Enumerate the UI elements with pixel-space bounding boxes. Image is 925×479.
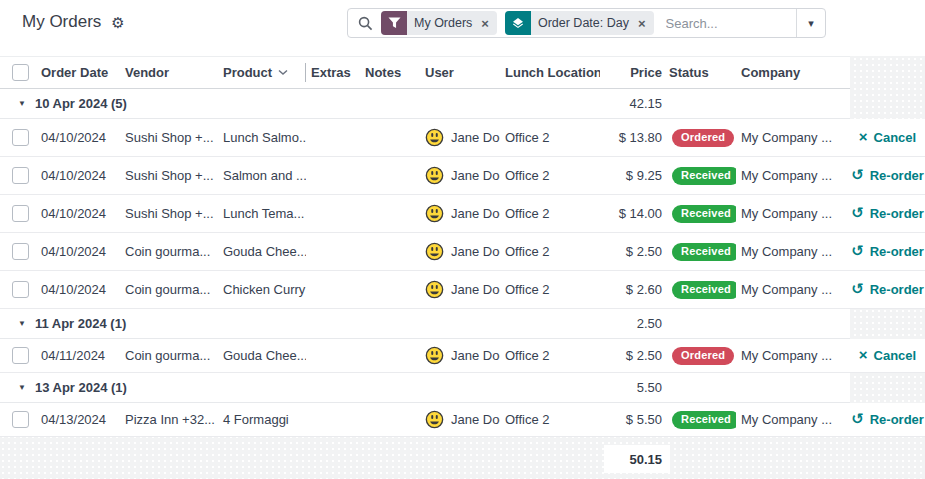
order-row[interactable]: 04/11/2024 Coin gourma... Gouda Chee... … xyxy=(0,339,925,373)
lunch-location-cell: Office 2 xyxy=(500,195,600,233)
order-row[interactable]: 04/10/2024 Coin gourma... Chicken Curry … xyxy=(0,271,925,309)
user-name: Jane Doe xyxy=(451,348,500,363)
header-price[interactable]: Price xyxy=(600,56,664,89)
order-row[interactable]: 04/10/2024 Sushi Shop +... Lunch Salmo..… xyxy=(0,119,925,157)
header-order-date[interactable]: Order Date xyxy=(36,56,120,89)
row-action-button[interactable]: ↺ Re-order xyxy=(850,195,925,233)
user-cell: Jane Doe xyxy=(420,233,500,271)
row-checkbox[interactable] xyxy=(12,347,29,364)
order-row[interactable]: 04/10/2024 Coin gourma... Gouda Chee... … xyxy=(0,233,925,271)
order-date-cell: 04/13/2024 xyxy=(36,403,120,437)
price-cell: $ 2.50 xyxy=(600,233,664,271)
search-input[interactable]: Search... xyxy=(666,16,796,31)
facet-label: My Orders xyxy=(407,16,479,30)
company-cell: My Company ... xyxy=(736,403,850,437)
group-total: 42.15 xyxy=(600,89,664,119)
row-checkbox[interactable] xyxy=(12,411,29,428)
settings-gear-icon[interactable]: ⚙ xyxy=(111,14,124,30)
order-date-cell: 04/10/2024 xyxy=(36,119,120,157)
facet-remove-icon[interactable]: × xyxy=(479,16,497,31)
grand-total: 50.15 xyxy=(604,445,670,473)
order-row[interactable]: 04/10/2024 Sushi Shop +... Salmon and ..… xyxy=(0,157,925,195)
row-select-cell xyxy=(0,339,36,373)
search-facet-order-date-day: Order Date: Day × xyxy=(505,11,654,35)
status-badge: Received xyxy=(672,205,736,223)
lunch-my-orders-screen: My Orders ⚙ My Orders × xyxy=(0,0,925,479)
group-expand-caret-icon[interactable]: ▼ xyxy=(18,99,26,108)
search-bar[interactable]: My Orders × Order Date: Day × Search... … xyxy=(347,8,826,38)
row-checkbox[interactable] xyxy=(12,129,29,146)
vendor-cell: Pizza Inn +32... xyxy=(120,403,218,437)
product-cell: Lunch Salmo... xyxy=(218,119,306,157)
facet-remove-icon[interactable]: × xyxy=(636,16,654,31)
lunch-location-cell: Office 2 xyxy=(500,339,600,373)
group-expand-caret-icon[interactable]: ▼ xyxy=(18,383,26,392)
row-action-button[interactable]: ↺ Re-order xyxy=(850,403,925,437)
row-checkbox[interactable] xyxy=(12,243,29,260)
action-label: Cancel xyxy=(874,348,917,363)
lunch-location-cell: Office 2 xyxy=(500,403,600,437)
user-cell: Jane Doe xyxy=(420,271,500,309)
header-user[interactable]: User xyxy=(420,56,500,89)
order-date-cell: 04/10/2024 xyxy=(36,157,120,195)
extras-cell xyxy=(306,403,360,437)
header-status[interactable]: Status xyxy=(664,56,736,89)
reorder-undo-icon: ↺ xyxy=(851,243,864,258)
lunch-location-cell: Office 2 xyxy=(500,157,600,195)
header-company[interactable]: Company xyxy=(736,56,850,89)
table-header-row: Order Date Vendor Product Extras Notes U… xyxy=(0,56,925,89)
group-total: 5.50 xyxy=(600,373,664,403)
row-action-button[interactable]: ↺ Re-order xyxy=(850,271,925,309)
control-panel: My Orders ⚙ My Orders × xyxy=(0,0,925,56)
header-vendor[interactable]: Vendor xyxy=(120,56,218,89)
row-checkbox[interactable] xyxy=(12,167,29,184)
header-extras[interactable]: Extras xyxy=(306,56,360,89)
company-cell: My Company ... xyxy=(736,339,850,373)
group-header-cell[interactable]: ▼ 11 Apr 2024 (1) xyxy=(0,309,600,339)
vendor-cell: Sushi Shop +... xyxy=(120,157,218,195)
group-expand-caret-icon[interactable]: ▼ xyxy=(18,319,26,328)
row-action-button[interactable]: × Cancel xyxy=(850,119,925,157)
row-checkbox[interactable] xyxy=(12,281,29,298)
group-row[interactable]: ▼ 10 Apr 2024 (5) 42.15 xyxy=(0,89,925,119)
group-label: 10 Apr 2024 (5) xyxy=(35,96,127,111)
vendor-cell: Coin gourma... xyxy=(120,233,218,271)
group-total: 2.50 xyxy=(600,309,664,339)
group-row[interactable]: ▼ 13 Apr 2024 (1) 5.50 xyxy=(0,373,925,403)
header-product[interactable]: Product xyxy=(218,56,306,89)
user-name: Jane Doe xyxy=(451,282,500,297)
group-row[interactable]: ▼ 11 Apr 2024 (1) 2.50 xyxy=(0,309,925,339)
content-area: Order Date Vendor Product Extras Notes U… xyxy=(0,56,925,479)
row-select-cell xyxy=(0,403,36,437)
header-notes[interactable]: Notes xyxy=(360,56,420,89)
group-header-cell[interactable]: ▼ 13 Apr 2024 (1) xyxy=(0,373,600,403)
row-select-cell xyxy=(0,119,36,157)
group-header-cell[interactable]: ▼ 10 Apr 2024 (5) xyxy=(0,89,600,119)
search-icon xyxy=(358,16,373,31)
user-name: Jane Doe xyxy=(451,244,500,259)
group-label: 13 Apr 2024 (1) xyxy=(35,380,127,395)
header-lunch-location[interactable]: Lunch Location xyxy=(500,56,600,89)
user-cell: Jane Doe xyxy=(420,403,500,437)
extras-cell xyxy=(306,119,360,157)
select-all-checkbox[interactable] xyxy=(12,64,29,81)
facet-label: Order Date: Day xyxy=(531,16,636,30)
row-action-button[interactable]: × Cancel xyxy=(850,339,925,373)
order-row[interactable]: 04/10/2024 Sushi Shop +... Lunch Tema...… xyxy=(0,195,925,233)
row-action-button[interactable]: ↺ Re-order xyxy=(850,233,925,271)
action-label: Re-order xyxy=(870,168,924,183)
search-dropdown-toggle[interactable]: ▾ xyxy=(796,9,825,37)
action-label: Re-order xyxy=(870,412,924,427)
row-select-cell xyxy=(0,233,36,271)
extras-cell xyxy=(306,339,360,373)
header-actions-empty xyxy=(850,56,925,89)
order-row[interactable]: 04/13/2024 Pizza Inn +32... 4 Formaggi J… xyxy=(0,403,925,437)
product-cell: Lunch Tema... xyxy=(218,195,306,233)
page-title: My Orders xyxy=(22,12,101,32)
user-smiley-avatar xyxy=(425,242,444,261)
row-action-button[interactable]: ↺ Re-order xyxy=(850,157,925,195)
company-cell: My Company ... xyxy=(736,195,850,233)
status-badge: Ordered xyxy=(672,347,734,365)
row-checkbox[interactable] xyxy=(12,205,29,222)
chevron-down-icon[interactable] xyxy=(278,69,288,76)
